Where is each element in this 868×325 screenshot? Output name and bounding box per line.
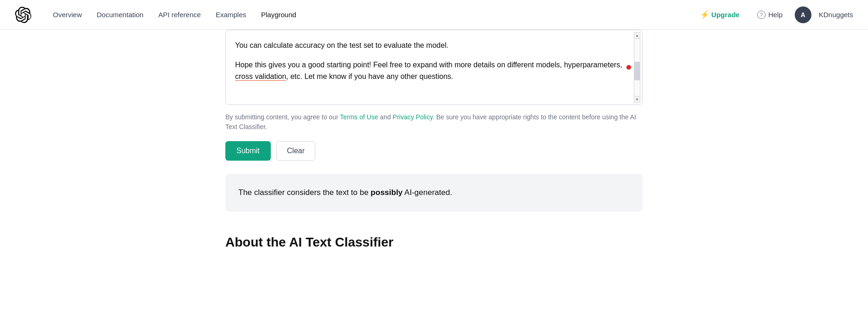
scroll-thumb <box>634 62 640 80</box>
submit-button[interactable]: Submit <box>225 141 271 161</box>
terms-of-use-link[interactable]: Terms of Use <box>340 113 378 121</box>
clear-button[interactable]: Clear <box>276 141 315 161</box>
result-after: AI-generated. <box>402 188 452 197</box>
textarea-wrapper: You can calculate accuracy on the test s… <box>225 30 643 105</box>
lightning-icon: ⚡ <box>700 10 709 19</box>
red-dot-indicator <box>626 65 631 70</box>
about-title: About the AI Text Classifier <box>225 235 643 250</box>
text-input-area[interactable]: You can calculate accuracy on the test s… <box>226 30 642 104</box>
result-before: The classifier considers the text to be <box>238 188 370 197</box>
scroll-track-inner[interactable] <box>634 39 640 96</box>
paragraph-2-after: , etc. Let me know if you have any other… <box>286 72 453 80</box>
help-circle-icon: ? <box>757 11 766 19</box>
paragraph-2: Hope this gives you a good starting poin… <box>235 59 629 83</box>
main-content: You can calculate accuracy on the test s… <box>188 30 680 278</box>
result-bold: possibly <box>370 188 402 197</box>
avatar-initials: A <box>801 11 805 19</box>
scroll-down-button[interactable]: ▼ <box>634 96 640 103</box>
nav-documentation[interactable]: Documentation <box>90 7 150 22</box>
paragraph-1: You can calculate accuracy on the test s… <box>235 39 629 52</box>
cross-validation-text: cross validation <box>235 72 286 80</box>
help-label: Help <box>768 11 783 19</box>
scroll-up-button[interactable]: ▲ <box>634 32 640 39</box>
main-nav: Overview Documentation API reference Exa… <box>46 7 695 22</box>
result-box: The classifier considers the text to be … <box>225 174 643 212</box>
consent-text: By submitting content, you agree to our … <box>225 112 643 132</box>
avatar[interactable]: A <box>795 6 811 23</box>
nav-examples[interactable]: Examples <box>209 7 253 22</box>
about-section: About the AI Text Classifier <box>225 235 643 250</box>
nav-overview[interactable]: Overview <box>46 7 89 22</box>
help-button[interactable]: ? Help <box>753 8 787 22</box>
privacy-policy-link[interactable]: Privacy Policy <box>393 113 433 121</box>
header-right: ⚡ Upgrade ? Help A KDnuggets <box>695 6 853 23</box>
consent-middle: and <box>378 113 393 121</box>
nav-api-reference[interactable]: API reference <box>152 7 207 22</box>
button-row: Submit Clear <box>225 141 643 161</box>
header: Overview Documentation API reference Exa… <box>0 0 868 30</box>
nav-playground[interactable]: Playground <box>255 7 303 22</box>
username: KDnuggets <box>819 11 853 19</box>
result-text: The classifier considers the text to be … <box>238 187 630 199</box>
paragraph-2-before: Hope this gives you a good starting poin… <box>235 61 622 69</box>
consent-before: By submitting content, you agree to our <box>225 113 340 121</box>
upgrade-label: Upgrade <box>711 11 740 19</box>
logo[interactable] <box>15 6 32 23</box>
scrollbar[interactable]: ▲ ▼ <box>634 32 640 103</box>
upgrade-button[interactable]: ⚡ Upgrade <box>695 7 745 22</box>
